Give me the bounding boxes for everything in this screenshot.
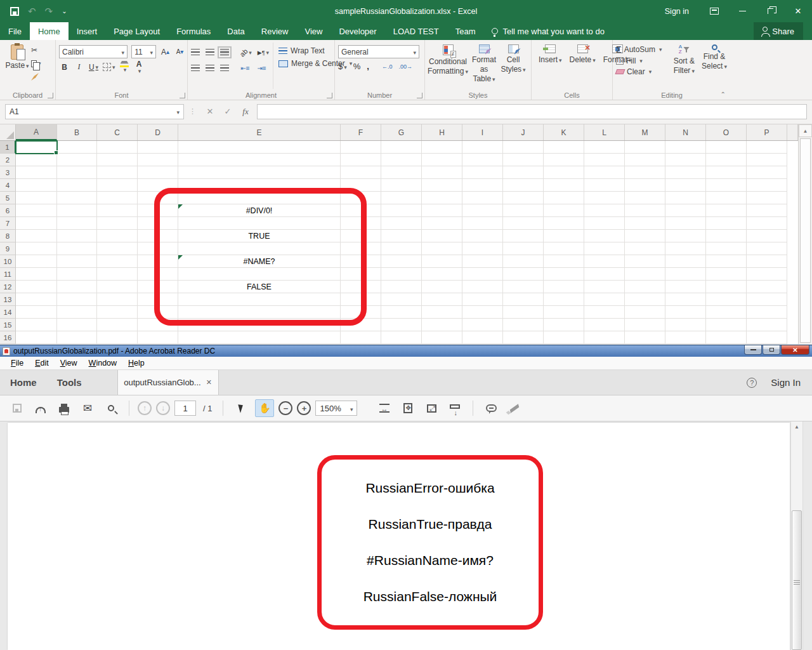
zoom-level-combo[interactable]: 150% (315, 401, 357, 416)
cell-O12[interactable] (706, 281, 747, 293)
email-icon[interactable]: ✉ (78, 399, 97, 417)
format-as-table-button[interactable]: Format as Table (468, 43, 501, 89)
cell-P3[interactable] (747, 166, 787, 179)
cell-G7[interactable] (381, 217, 422, 230)
column-header-J[interactable]: J (503, 124, 544, 140)
cell-J11[interactable] (503, 268, 544, 281)
excel-tab-view[interactable]: View (296, 22, 331, 40)
cell-M13[interactable] (625, 293, 665, 306)
cell-I15[interactable] (462, 319, 503, 331)
alignment-dialog-launcher[interactable] (327, 93, 332, 98)
cell-H8[interactable] (422, 230, 462, 242)
grow-font-button[interactable]: A▴ (160, 46, 171, 58)
cell-F2[interactable] (341, 154, 381, 166)
cell-C14[interactable] (97, 306, 138, 319)
cell-N4[interactable] (665, 179, 706, 192)
cell-H13[interactable] (422, 293, 462, 306)
cell-J13[interactable] (503, 293, 544, 306)
acrobat-menu-view[interactable]: View (55, 359, 83, 368)
sort-filter-button[interactable]: AZ Sort & Filter (669, 43, 700, 89)
cell-K10[interactable] (544, 255, 584, 268)
pdf-search-icon[interactable] (102, 399, 121, 417)
select-all-corner[interactable] (0, 124, 16, 140)
cell-M12[interactable] (625, 281, 665, 293)
cell-L15[interactable] (584, 319, 625, 331)
cell-G15[interactable] (381, 319, 422, 331)
cell-J2[interactable] (503, 154, 544, 166)
cell-N15[interactable] (665, 319, 706, 331)
cell-K3[interactable] (544, 166, 584, 179)
cell-M2[interactable] (625, 154, 665, 166)
acrobat-menu-edit[interactable]: Edit (29, 359, 55, 368)
cell-N3[interactable] (665, 166, 706, 179)
row-header-12[interactable]: 12 (0, 281, 16, 293)
cell-O15[interactable] (706, 319, 747, 331)
cell-K1[interactable] (544, 141, 584, 154)
cell-D16[interactable] (138, 331, 178, 344)
excel-tab-team[interactable]: Team (447, 22, 484, 40)
column-header-C[interactable]: C (97, 124, 138, 140)
cell-K14[interactable] (544, 306, 584, 319)
cell-K13[interactable] (544, 293, 584, 306)
row-header-7[interactable]: 7 (0, 217, 16, 230)
decrease-indent-icon[interactable]: ⇤≡ (240, 62, 251, 74)
row-header-4[interactable]: 4 (0, 179, 16, 192)
cell-N11[interactable] (665, 268, 706, 281)
cell-G8[interactable] (381, 230, 422, 242)
text-direction-button[interactable]: ▶¶ (258, 46, 269, 58)
cell-O2[interactable] (706, 154, 747, 166)
cell-H9[interactable] (422, 242, 462, 255)
cell-P5[interactable] (747, 192, 787, 204)
cell-E10[interactable]: #NAME? (178, 255, 341, 268)
cell-I5[interactable] (462, 192, 503, 204)
highlighter-icon[interactable] (505, 399, 524, 417)
align-center-icon[interactable] (206, 65, 214, 72)
cell-E11[interactable] (178, 268, 341, 281)
cell-D1[interactable] (138, 141, 178, 154)
cell-K16[interactable] (544, 331, 584, 344)
cell-B13[interactable] (57, 293, 97, 306)
cell-D13[interactable] (138, 293, 178, 306)
excel-scrollbar-thumb[interactable] (800, 138, 811, 343)
cell-M5[interactable] (625, 192, 665, 204)
decrease-decimal-button[interactable]: .00→ (398, 63, 412, 70)
cell-H5[interactable] (422, 192, 462, 204)
cell-N6[interactable] (665, 204, 706, 217)
cell-J8[interactable] (503, 230, 544, 242)
acrobat-document-tab[interactable]: outputRussianGlob... ✕ (117, 370, 219, 395)
cell-B15[interactable] (57, 319, 97, 331)
cell-A9[interactable] (16, 242, 57, 255)
cell-L14[interactable] (584, 306, 625, 319)
cell-A7[interactable] (16, 217, 57, 230)
copy-button[interactable] (31, 58, 41, 69)
cell-D10[interactable] (138, 255, 178, 268)
fill-button[interactable]: ↓Fill (616, 56, 669, 65)
cell-M9[interactable] (625, 242, 665, 255)
cell-F9[interactable] (341, 242, 381, 255)
cell-L10[interactable] (584, 255, 625, 268)
cell-H16[interactable] (422, 331, 462, 344)
customize-qat-icon[interactable]: ⌄ (62, 8, 67, 15)
cell-I8[interactable] (462, 230, 503, 242)
cell-B14[interactable] (57, 306, 97, 319)
cell-H14[interactable] (422, 306, 462, 319)
borders-button[interactable] (103, 61, 115, 73)
cell-J15[interactable] (503, 319, 544, 331)
excel-scroll-up-icon[interactable]: ▲ (799, 124, 812, 137)
number-format-combo[interactable]: General (338, 45, 419, 58)
cell-E9[interactable] (178, 242, 341, 255)
cell-I3[interactable] (462, 166, 503, 179)
font-dialog-launcher[interactable] (180, 93, 185, 98)
cell-H4[interactable] (422, 179, 462, 192)
row-header-6[interactable]: 6 (0, 204, 16, 217)
cell-G11[interactable] (381, 268, 422, 281)
cell-O11[interactable] (706, 268, 747, 281)
enter-formula-icon[interactable]: ✓ (219, 107, 237, 116)
cell-D6[interactable] (138, 204, 178, 217)
cell-F13[interactable] (341, 293, 381, 306)
save-icon[interactable] (10, 7, 19, 16)
cell-L4[interactable] (584, 179, 625, 192)
cell-M11[interactable] (625, 268, 665, 281)
cell-E14[interactable] (178, 306, 341, 319)
cell-L2[interactable] (584, 154, 625, 166)
